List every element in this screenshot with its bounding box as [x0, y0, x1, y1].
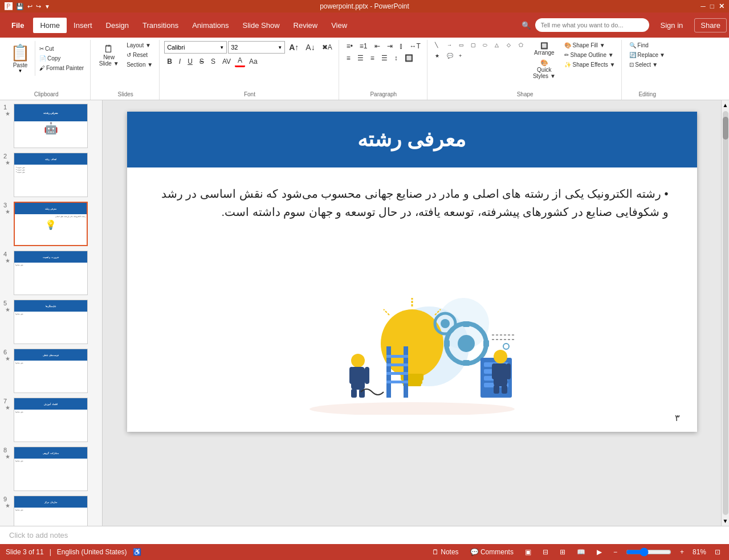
align-left-btn[interactable]: ≡ [344, 53, 353, 63]
arrange-button[interactable]: 🔲 Arrange [530, 41, 559, 57]
slide-item-1[interactable]: 1 ★ معرفی رشته 🤖 [2, 103, 100, 149]
tab-insert[interactable]: Insert [67, 18, 99, 33]
slide-sorter-btn[interactable]: ⊞ [557, 547, 568, 557]
new-slide-button[interactable]: 🗒 NewSlide ▼ [95, 43, 123, 68]
char-spacing-btn[interactable]: AV [219, 56, 234, 67]
slide-item-9[interactable]: 9 ★ سازمان مرکز متن محتوا [2, 494, 100, 526]
slide-thumb-3[interactable]: معرفی رشته رشته الکترونیک یکی از رشته ها… [14, 202, 88, 246]
slide-item-4[interactable]: 4 ★ ضرورت و اهمیت متن محتوا [2, 250, 100, 296]
tab-design[interactable]: Design [99, 18, 136, 33]
scroll-thumb[interactable] [723, 117, 728, 140]
notes-bar[interactable]: Click to add notes [0, 526, 729, 544]
shape-effects-btn[interactable]: ✨ Shape Effects ▼ [561, 60, 618, 69]
paste-arrow[interactable]: ▼ [18, 68, 23, 73]
shape-more[interactable]: + [456, 52, 467, 62]
underline-btn[interactable]: U [185, 56, 196, 67]
shape-star[interactable]: ★ [432, 52, 443, 62]
slide-item-6[interactable]: 6 ★ فرصت‌های شغلی متن محتوا [2, 348, 100, 394]
justify-btn[interactable]: ☰ [378, 53, 390, 63]
section-button[interactable]: Section ▼ [124, 60, 156, 69]
find-button[interactable]: 🔍 Find [626, 41, 668, 50]
quick-access-save[interactable]: 💾 [16, 3, 24, 10]
paste-button[interactable]: 📋 Paste ▼ [6, 41, 35, 76]
tab-review[interactable]: Review [287, 18, 325, 33]
shape-oval[interactable]: ⬭ [480, 41, 491, 51]
quick-access-redo[interactable]: ↪ [36, 3, 41, 10]
numbering-btn[interactable]: ≡1 [357, 41, 370, 51]
shape-diamond[interactable]: ◇ [504, 41, 515, 51]
right-scrollbar[interactable]: ▲ ▼ [721, 100, 729, 526]
slideshow-btn[interactable]: ▶ [594, 547, 605, 557]
indent-less-btn[interactable]: ⇤ [372, 41, 383, 51]
shape-outline-btn[interactable]: ✏ Shape Outline ▼ [561, 51, 618, 59]
slide-thumb-2[interactable]: اهداف رشته • متن نمونه• متن نمونه• متن ن… [14, 153, 88, 197]
align-center-btn[interactable]: ☰ [355, 53, 366, 63]
outline-view-btn[interactable]: ⊟ [540, 547, 551, 557]
slide-canvas[interactable]: معرفی رشته رشته الکترونیک یکی از رشته ها… [127, 112, 697, 432]
slide-item-7[interactable]: 7 ★ اقتصاد آموزش متن محتوا [2, 397, 100, 443]
zoom-slider[interactable] [626, 548, 671, 556]
tab-home[interactable]: Home [33, 18, 67, 33]
comments-btn[interactable]: 💬 Comments [467, 547, 516, 557]
quick-styles-button[interactable]: 🎨 QuickStyles ▼ [530, 58, 559, 80]
align-right-btn[interactable]: ≡ [368, 53, 377, 63]
shape-pentagon[interactable]: ⬠ [516, 41, 527, 51]
text-dir-btn[interactable]: ↔T [407, 41, 423, 51]
line-spacing-btn[interactable]: ↕ [392, 53, 401, 63]
shadow-btn[interactable]: S [208, 56, 218, 67]
slide-item-5[interactable]: 5 ★ شایستگی‌ها متن محتوا [2, 299, 100, 345]
decrease-font-size-btn[interactable]: A↓ [303, 42, 317, 53]
slide-item-3[interactable]: 3 ★ معرفی رشته رشته الکترونیک یکی از رشت… [2, 201, 100, 247]
slide-thumb-5[interactable]: شایستگی‌ها متن محتوا [14, 300, 88, 344]
search-input[interactable] [535, 18, 649, 32]
slide-thumb-1[interactable]: معرفی رشته 🤖 [14, 104, 88, 148]
convert-smartart-btn[interactable]: 🔲 [402, 53, 416, 63]
tab-animations[interactable]: Animations [185, 18, 235, 33]
minimize-btn[interactable]: ─ [701, 2, 706, 10]
slide-thumb-4[interactable]: ضرورت و اهمیت متن محتوا [14, 251, 88, 295]
columns-btn[interactable]: ⫿ [397, 41, 406, 51]
scroll-down-btn[interactable]: ▼ [721, 516, 729, 526]
shape-fill-btn[interactable]: 🎨 Shape Fill ▼ [561, 41, 618, 50]
scroll-up-btn[interactable]: ▲ [721, 100, 729, 110]
shape-callout[interactable]: 💬 [444, 52, 455, 62]
slide-thumb-7[interactable]: اقتصاد آموزش متن محتوا [14, 398, 88, 442]
strikethrough-btn[interactable]: S [197, 56, 207, 67]
shape-triangle[interactable]: △ [492, 41, 503, 51]
shape-rounded-rect[interactable]: ▢ [468, 41, 479, 51]
replace-button[interactable]: 🔄 Replace ▼ [626, 51, 668, 59]
layout-button[interactable]: Layout ▼ [124, 41, 156, 50]
shape-line[interactable]: ╲ [432, 41, 443, 51]
zoom-out-btn[interactable]: − [610, 547, 620, 557]
reading-view-btn[interactable]: 📖 [574, 547, 588, 557]
shape-rect[interactable]: ▭ [456, 41, 467, 51]
customize-qa[interactable]: ▼ [44, 3, 50, 10]
title-bar-controls[interactable]: ─ □ ✕ [701, 2, 724, 10]
zoom-in-btn[interactable]: + [677, 547, 687, 557]
slide-item-8[interactable]: 8 ★ مشارکت گروهی متن محتوا [2, 445, 100, 492]
tab-slideshow[interactable]: Slide Show [236, 18, 287, 33]
tab-view[interactable]: View [324, 18, 354, 33]
copy-button[interactable]: 📄 Copy [36, 54, 87, 63]
slide-text-area[interactable]: رشته الکترونیک یکی از رشته های اصلی و ما… [156, 185, 669, 227]
maximize-btn[interactable]: □ [710, 2, 714, 10]
increase-font-size-btn[interactable]: A↑ [286, 42, 302, 53]
reset-button[interactable]: ↺ Reset [124, 51, 156, 59]
font-size-direct-btn[interactable]: Aa [246, 56, 260, 67]
slide-panel[interactable]: 1 ★ معرفی رشته 🤖 2 ★ اهداف رشته [0, 100, 103, 526]
italic-btn[interactable]: I [176, 56, 184, 67]
cut-button[interactable]: ✂ Cut [36, 44, 87, 53]
slide-thumb-8[interactable]: مشارکت گروهی متن محتوا [14, 447, 88, 491]
fit-btn[interactable]: ⊡ [712, 547, 723, 557]
normal-view-btn[interactable]: ▣ [522, 547, 534, 557]
format-painter-button[interactable]: 🖌 Format Painter [36, 64, 87, 72]
slide-thumb-9[interactable]: سازمان مرکز متن محتوا [14, 496, 88, 526]
quick-access-undo[interactable]: ↩ [27, 3, 32, 10]
notes-btn[interactable]: 🗒 Notes [429, 547, 462, 557]
file-tab[interactable]: File [2, 18, 33, 33]
slide-item-2[interactable]: 2 ★ اهداف رشته • متن نمونه• متن نمونه• م… [2, 152, 100, 198]
indent-more-btn[interactable]: ⇥ [384, 41, 396, 51]
share-btn[interactable]: Share [694, 18, 727, 32]
bullets-btn[interactable]: ≡• [344, 41, 356, 51]
font-color-btn[interactable]: A [235, 55, 245, 67]
